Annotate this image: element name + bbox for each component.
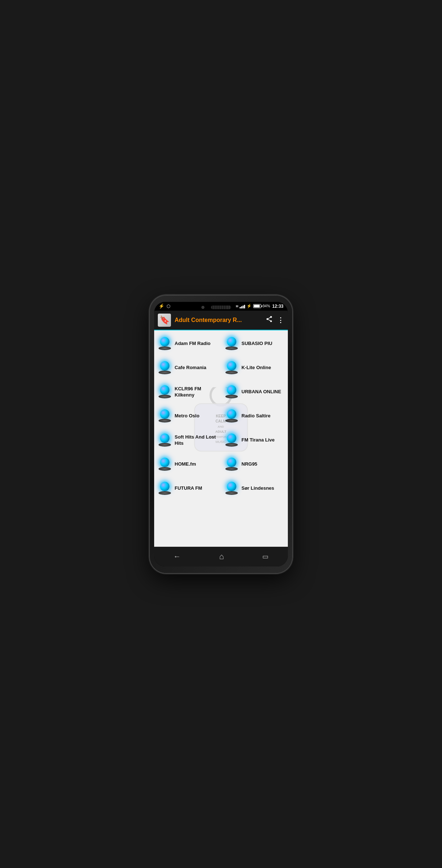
- list-item[interactable]: Sør Lindesnes: [221, 477, 288, 501]
- radio-label: Cafe Romania: [175, 365, 206, 371]
- bar3: [243, 306, 244, 308]
- list-item[interactable]: Soft Hits And Lost Hits: [154, 428, 221, 452]
- radio-icon: [225, 409, 239, 423]
- radio-icon: [158, 337, 172, 351]
- app-bar: 🔖 Adult Contemporary R... ⋮: [154, 311, 288, 330]
- bar4: [244, 305, 245, 308]
- list-item[interactable]: URBANA ONLINE: [221, 380, 288, 404]
- radio-label: HOME.fm: [175, 461, 196, 467]
- radio-label: KCLR96 FM Kilkenny: [175, 386, 217, 398]
- radio-icon: [158, 482, 172, 496]
- radio-label: NRG95: [241, 461, 257, 467]
- radio-icon: [158, 433, 172, 447]
- radio-icon: [225, 458, 239, 471]
- radio-icon: [225, 361, 239, 375]
- content-area: KEEP CALM AND ADULT CONTEMPORARY MUSIC A…: [154, 330, 288, 547]
- more-vert-icon[interactable]: ⋮: [277, 316, 284, 324]
- speaker-grille: [211, 306, 231, 309]
- radio-grid: Adam FM Radio SUBASIO PIU Cafe Romania: [154, 330, 288, 502]
- android-icon: ⬡: [167, 304, 170, 309]
- radio-label: Adam FM Radio: [175, 341, 210, 347]
- phone-camera-area: [202, 306, 241, 309]
- radio-icon: [158, 458, 172, 471]
- usb-icon: ⚡: [159, 303, 164, 309]
- time: 12:33: [272, 304, 283, 309]
- radio-label: Metro Oslo: [175, 413, 199, 419]
- app-bar-actions: ⋮: [266, 315, 284, 325]
- camera-dot: [202, 306, 205, 309]
- share-icon[interactable]: [266, 315, 273, 325]
- lightning-icon: ⚡: [247, 304, 252, 308]
- bar2: [241, 306, 242, 308]
- list-item[interactable]: K-Lite Online: [221, 356, 288, 380]
- signal-bars: [240, 304, 245, 308]
- app-icon: 🔖: [158, 314, 171, 327]
- radio-label: K-Lite Online: [241, 365, 271, 371]
- radio-label: Sør Lindesnes: [241, 485, 274, 492]
- list-item[interactable]: KCLR96 FM Kilkenny: [154, 380, 221, 404]
- list-item[interactable]: FM Tirana Live: [221, 428, 288, 452]
- app-title: Adult Contemporary R...: [175, 317, 262, 323]
- list-item[interactable]: Radio Saltire: [221, 404, 288, 428]
- radio-icon: [225, 385, 239, 399]
- radio-label: FM Tirana Live: [241, 437, 275, 443]
- radio-label: URBANA ONLINE: [241, 389, 281, 395]
- recent-apps-button[interactable]: ▭: [255, 551, 276, 562]
- nav-bar: ← ⌂ ▭: [154, 547, 288, 566]
- list-item[interactable]: SUBASIO PIU: [221, 332, 288, 356]
- list-item[interactable]: FUTURA FM: [154, 477, 221, 501]
- radio-label: SUBASIO PIU: [241, 341, 273, 347]
- battery-percent: 94%: [263, 304, 270, 308]
- radio-icon: [158, 385, 172, 399]
- list-item[interactable]: HOME.fm: [154, 452, 221, 477]
- home-button[interactable]: ⌂: [212, 550, 231, 563]
- list-item[interactable]: NRG95: [221, 452, 288, 477]
- list-item[interactable]: Adam FM Radio: [154, 332, 221, 356]
- back-button[interactable]: ←: [166, 551, 188, 562]
- radio-icon: [225, 482, 239, 496]
- radio-icon: [225, 337, 239, 351]
- radio-icon: [158, 361, 172, 375]
- radio-label: FUTURA FM: [175, 485, 202, 492]
- status-right: H ⚡ 94% 12:33: [236, 304, 283, 309]
- list-item[interactable]: Metro Oslo: [154, 404, 221, 428]
- phone-device: ⚡ ⬡ H ⚡ 94% 12:33: [150, 295, 292, 573]
- list-item[interactable]: Cafe Romania: [154, 356, 221, 380]
- status-left: ⚡ ⬡: [159, 303, 170, 309]
- phone-screen: ⚡ ⬡ H ⚡ 94% 12:33: [154, 302, 288, 566]
- battery-fill: [254, 305, 260, 307]
- radio-label: Soft Hits And Lost Hits: [175, 434, 217, 447]
- radio-label: Radio Saltire: [241, 413, 270, 419]
- radio-icon: [158, 409, 172, 423]
- battery-box: [253, 304, 261, 308]
- radio-icon: [225, 433, 239, 447]
